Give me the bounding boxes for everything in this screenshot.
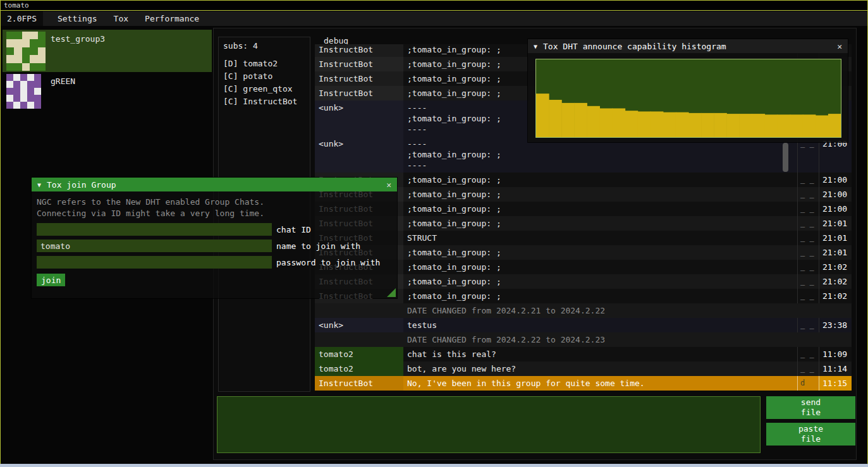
chat-message-row[interactable]: tomato2chat is this real?_ _11:09 — [315, 347, 852, 361]
histogram-window-body — [528, 53, 848, 142]
message-text: No, I've been in this group for quite so… — [403, 376, 797, 391]
message-status: _ _ — [797, 187, 819, 202]
message-author: <unk> — [315, 100, 403, 136]
message-text: ;tomato_in_group: ; — [403, 274, 797, 289]
chat-id-label: chat ID — [276, 225, 311, 234]
os-window-title: tomato — [1, 1, 867, 11]
message-status: _ _ — [797, 245, 819, 260]
message-status: _ _ — [797, 173, 819, 187]
message-time: 11:15 — [819, 376, 852, 391]
message-time: 21:00 — [819, 202, 852, 216]
menu-items: SettingsToxPerformance — [49, 11, 207, 26]
group-name: test_group3 — [51, 34, 105, 44]
menu-item-tox[interactable]: Tox — [106, 11, 137, 26]
date-text: DATE CHANGED from 2024.2.21 to 2024.2.22 — [315, 303, 605, 318]
message-status: _ _ — [797, 216, 819, 231]
message-author: <unk> — [315, 136, 403, 173]
subs-item[interactable]: [C] InstructBot — [223, 95, 305, 108]
histogram-window-titlebar[interactable]: ▼ Tox DHT announce capability histogram … — [528, 39, 848, 53]
message-author: InstructBot — [315, 376, 403, 391]
message-text: ;tomato_in_group: ; — [403, 173, 797, 187]
join-window-titlebar[interactable]: ▼ Tox join Group ✕ — [32, 178, 397, 191]
chat-id-input[interactable] — [37, 223, 272, 236]
group-item[interactable]: gREEN — [3, 72, 212, 114]
message-time: 11:09 — [819, 347, 852, 361]
join-password-input[interactable] — [37, 256, 272, 269]
message-status: _ _ — [797, 260, 819, 274]
bottom-edge-strip — [0, 464, 868, 467]
date-text: DATE CHANGED from 2024.2.22 to 2024.2.23 — [315, 332, 605, 347]
collapse-arrow-icon[interactable]: ▼ — [534, 43, 537, 50]
dht-histogram-window: ▼ Tox DHT announce capability histogram … — [528, 39, 848, 142]
subs-item[interactable]: [C] green_qtox — [223, 83, 305, 95]
menu-item-performance[interactable]: Performance — [137, 11, 207, 26]
message-author: tomato2 — [315, 361, 403, 376]
send-file-button[interactable]: send file — [766, 396, 855, 419]
collapse-arrow-icon[interactable]: ▼ — [37, 181, 41, 188]
message-text: ;tomato_in_group: ; — [403, 245, 797, 260]
join-group-window: ▼ Tox join Group ✕ NGC refers to the New… — [32, 178, 397, 298]
message-text: bot, are you new here? — [403, 361, 797, 376]
join-name-input[interactable] — [37, 240, 272, 252]
message-time: 21:00 — [819, 173, 852, 187]
message-status: _ _ — [797, 289, 819, 303]
message-status: _ _ — [797, 202, 819, 216]
group-item[interactable]: test_group3 — [3, 30, 212, 72]
chat-message-row[interactable]: tomato2bot, are you new here?_ _11:14 — [315, 361, 852, 376]
subs-item[interactable]: [D] tomato2 — [223, 58, 305, 70]
message-time: 21:02 — [819, 260, 852, 274]
paste-file-button[interactable]: paste file — [766, 423, 855, 446]
subs-item[interactable]: [C] potato — [223, 70, 305, 83]
message-text: ;tomato_in_group: ; — [403, 216, 797, 231]
dht-histogram-plot — [535, 59, 841, 138]
group-avatar — [6, 74, 41, 109]
fps-indicator: 2.0FPS — [1, 11, 43, 26]
message-time: 23:38 — [819, 318, 852, 332]
message-text: chat is this real? — [403, 347, 797, 361]
join-button[interactable]: join — [37, 274, 65, 286]
message-author: InstructBot — [315, 71, 403, 86]
subs-list: [D] tomato2[C] potato[C] green_qtox[C] I… — [223, 58, 305, 108]
close-icon[interactable]: ✕ — [837, 42, 842, 51]
message-text: ;tomato_in_group: ; — [403, 289, 797, 303]
message-time: 21:00 — [819, 187, 852, 202]
chat-message-row[interactable]: InstructBotNo, I've been in this group f… — [315, 376, 852, 391]
message-text: ;tomato_in_group: ; — [403, 187, 797, 202]
message-text: ;tomato_in_group: ; — [403, 202, 797, 216]
message-author: tomato2 — [315, 347, 403, 361]
message-time: 11:14 — [819, 361, 852, 376]
message-author: <unk> — [315, 318, 403, 332]
message-author: InstructBot — [315, 86, 403, 100]
join-password-label: password to join with — [276, 258, 380, 267]
message-status: d — [797, 376, 819, 391]
chat-scrollbar[interactable] — [783, 143, 788, 172]
message-text: STRUCT — [403, 231, 797, 245]
group-avatar — [6, 32, 46, 71]
message-time: 21:01 — [819, 231, 852, 245]
subs-count: subs: 4 — [223, 41, 305, 51]
chat-message-row[interactable]: <unk>testus_ _23:38 — [315, 318, 852, 332]
close-icon[interactable]: ✕ — [386, 180, 391, 190]
message-time: 21:01 — [819, 216, 852, 231]
join-window-title: Tox join Group — [47, 180, 381, 190]
message-input[interactable] — [217, 396, 761, 453]
join-info-line: NGC refers to the New DHT enabled Group … — [32, 191, 397, 208]
join-info-line: Connecting via ID might take a very long… — [32, 208, 397, 219]
join-name-label: name to join with — [276, 241, 360, 251]
resize-grip[interactable] — [387, 288, 396, 297]
message-status: _ _ — [797, 318, 819, 332]
message-time: 21:02 — [819, 274, 852, 289]
message-text: testus — [403, 318, 797, 332]
message-author: InstructBot — [315, 44, 403, 57]
join-window-body: NGC refers to the New DHT enabled Group … — [32, 191, 397, 298]
message-time: 21:01 — [819, 245, 852, 260]
histogram-window-title: Tox DHT announce capability histogram — [543, 42, 831, 51]
message-status: _ _ — [797, 274, 819, 289]
group-name: gREEN — [51, 76, 75, 86]
date-separator: DATE CHANGED from 2024.2.22 to 2024.2.23 — [315, 332, 852, 347]
group-list: test_group3gREEN — [3, 30, 212, 114]
message-status: _ _ — [797, 231, 819, 245]
message-time: 21:02 — [819, 289, 852, 303]
message-text: ;tomato_in_group: ; — [403, 260, 797, 274]
menu-item-settings[interactable]: Settings — [49, 11, 106, 26]
